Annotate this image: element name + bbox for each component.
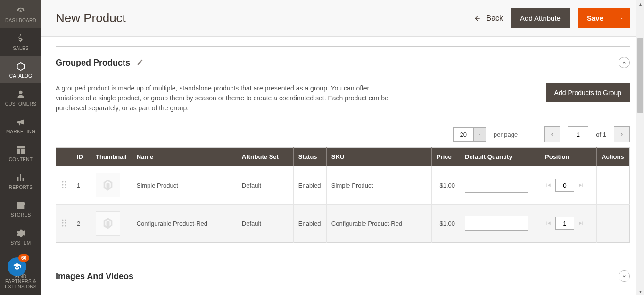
current-page-input[interactable] — [568, 126, 588, 142]
thumbnail-placeholder — [96, 173, 120, 197]
col-thumbnail[interactable]: Thumbnail — [91, 148, 132, 166]
scroll-down-arrow[interactable]: ▾ — [636, 287, 644, 295]
bars-icon — [16, 172, 26, 183]
nav-label: CUSTOMERS — [2, 101, 40, 107]
skip-prev-icon — [545, 182, 552, 188]
drag-handle[interactable] — [56, 166, 72, 205]
nav-label: MARKETING — [2, 129, 40, 134]
cube-icon — [16, 61, 26, 72]
content-scroll[interactable]: Grouped Products A grouped product is ma… — [41, 37, 644, 295]
nav-content[interactable]: CONTENT — [0, 139, 41, 167]
nav-reports[interactable]: REPORTS — [0, 167, 41, 195]
save-button[interactable]: Save — [578, 8, 613, 28]
cell-name: Configurable Product-Red — [132, 205, 237, 243]
table-row: 1 Simple Product Default Enabled Simple … — [56, 166, 630, 205]
nav-system[interactable]: SYSTEM — [0, 222, 41, 250]
main-area: New Product Back Add Attribute Save — [41, 0, 644, 295]
cell-attribute-set: Default — [237, 205, 293, 243]
back-label: Back — [486, 14, 503, 23]
nav-sales[interactable]: SALES — [0, 28, 41, 56]
next-page-button[interactable] — [614, 126, 630, 142]
grip-icon — [62, 181, 66, 188]
nav-customers[interactable]: CUSTOMERS — [0, 83, 41, 111]
col-status[interactable]: Status — [293, 148, 326, 166]
nav-stores[interactable]: STORES — [0, 195, 41, 222]
cell-position — [540, 205, 597, 243]
section-title: Grouped Products — [56, 58, 130, 68]
col-sku[interactable]: SKU — [326, 148, 431, 166]
scrollbar-thumb[interactable] — [637, 38, 643, 113]
window-scrollbar[interactable]: ▴ ▾ — [636, 0, 644, 295]
save-button-group: Save — [578, 8, 630, 28]
header-actions: Back Add Attribute Save — [474, 8, 630, 28]
section-header-grouped: Grouped Products — [56, 47, 630, 72]
skip-prev-icon — [545, 220, 552, 227]
section-images-videos[interactable]: Images And Videos — [56, 259, 630, 284]
position-to-top-button[interactable] — [545, 182, 552, 188]
scroll-up-arrow[interactable]: ▴ — [636, 0, 644, 8]
add-attribute-button[interactable]: Add Attribute — [511, 8, 570, 28]
cell-sku: Configurable Product-Red — [326, 205, 431, 243]
cell-thumbnail — [91, 205, 132, 243]
cell-price: $1.00 — [432, 166, 460, 205]
section-title: Images And Videos — [56, 271, 133, 281]
drag-handle[interactable] — [56, 205, 72, 243]
collapse-toggle-images[interactable] — [619, 270, 630, 282]
default-qty-input[interactable] — [465, 216, 528, 231]
position-input[interactable] — [555, 217, 574, 230]
nav-label: STORES — [2, 213, 40, 218]
nav-label: CONTENT — [2, 157, 40, 162]
back-button[interactable]: Back — [474, 14, 503, 23]
nav-catalog[interactable]: CATALOG — [0, 56, 41, 83]
position-to-bottom-button[interactable] — [578, 220, 585, 227]
nav-label: SYSTEM — [2, 240, 40, 246]
per-page-label: per page — [494, 131, 518, 138]
svg-point-9 — [65, 222, 66, 223]
position-to-bottom-button[interactable] — [578, 182, 585, 188]
col-actions[interactable]: Actions — [597, 148, 630, 166]
col-default-qty[interactable]: Default Quantity — [460, 148, 540, 166]
prev-page-button[interactable] — [544, 126, 560, 142]
cell-actions — [597, 166, 630, 205]
partners-badge[interactable]: 66 — [8, 257, 26, 276]
col-price[interactable]: Price — [432, 148, 460, 166]
svg-point-1 — [65, 181, 66, 182]
cell-name: Simple Product — [132, 166, 237, 205]
pencil-icon — [137, 59, 143, 66]
page-size-caret[interactable] — [473, 128, 486, 141]
svg-point-4 — [62, 187, 63, 188]
col-attribute-set[interactable]: Attribute Set — [237, 148, 293, 166]
thumbnail-placeholder — [96, 211, 120, 236]
partners-count: 66 — [18, 254, 29, 262]
skip-next-icon — [578, 220, 585, 227]
col-id[interactable]: ID — [72, 148, 91, 166]
save-dropdown-toggle[interactable] — [613, 8, 630, 28]
position-input[interactable] — [555, 179, 574, 192]
svg-point-3 — [65, 184, 66, 185]
edit-section-icon[interactable] — [137, 59, 143, 67]
cell-id: 1 — [72, 166, 91, 205]
collapse-toggle-grouped[interactable] — [619, 57, 630, 68]
page-size-select[interactable]: 20 — [453, 127, 486, 142]
svg-point-6 — [62, 219, 63, 221]
gear-icon — [16, 228, 26, 238]
layout-icon — [16, 145, 26, 155]
chevron-down-icon — [622, 274, 627, 279]
nav-label: REPORTS — [2, 185, 40, 190]
col-name[interactable]: Name — [132, 148, 237, 166]
position-to-top-button[interactable] — [545, 220, 552, 227]
nav-label: FIND PARTNERS & EXTENSIONS — [2, 274, 40, 289]
cell-price: $1.00 — [432, 205, 460, 243]
svg-point-11 — [65, 225, 66, 226]
default-qty-input[interactable] — [465, 178, 528, 193]
cell-status: Enabled — [293, 166, 326, 205]
cell-attribute-set: Default — [237, 166, 293, 205]
cell-default-qty — [460, 166, 540, 205]
nav-partners[interactable]: 66 FIND PARTNERS & EXTENSIONS — [0, 250, 41, 294]
add-products-to-group-button[interactable]: Add Products to Group — [546, 83, 630, 102]
col-position[interactable]: Position — [540, 148, 597, 166]
cell-actions — [597, 205, 630, 243]
nav-marketing[interactable]: MARKETING — [0, 111, 41, 139]
svg-point-5 — [65, 187, 66, 188]
nav-dashboard[interactable]: DASHBOARD — [0, 0, 41, 28]
